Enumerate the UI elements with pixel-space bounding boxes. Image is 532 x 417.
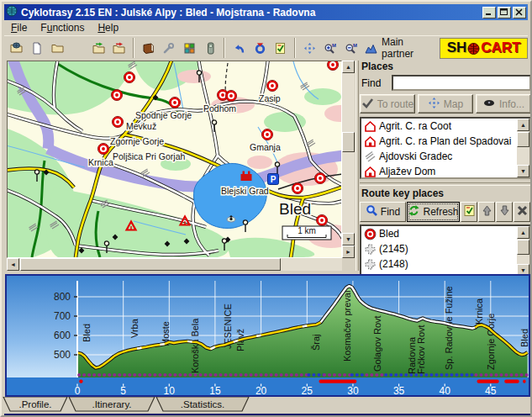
scroll-down-icon[interactable]: ▼	[517, 165, 529, 177]
toolbar-separator	[224, 38, 225, 58]
elevation-profile-panel[interactable]: BledVrbaMosteKoroška BelaJESENICEPlavžŠr…	[5, 274, 530, 397]
to-route-button[interactable]: To route	[360, 94, 415, 113]
parking-icon: P	[268, 174, 279, 185]
route-key-point-marker[interactable]	[316, 214, 327, 225]
gps-device-button[interactable]	[200, 37, 221, 59]
places-list-item[interactable]: Aljažev Dom	[361, 164, 529, 179]
zoom-in-button[interactable]: M	[319, 37, 340, 59]
route-key-point-marker[interactable]	[169, 97, 180, 108]
delete-button[interactable]	[514, 202, 530, 222]
close-button[interactable]	[513, 7, 526, 18]
tab-profile[interactable]: .Profile.	[3, 397, 67, 411]
route-list-item[interactable]: (2145)	[361, 241, 529, 256]
scroll-thumb[interactable]	[517, 240, 529, 255]
route-key-places-list[interactable]: Bled(2145)(2148)▲▼	[360, 224, 531, 278]
pan-move-button[interactable]	[299, 37, 320, 59]
find-input[interactable]	[392, 75, 531, 91]
map-vertical-scrollbar[interactable]: ▲ ▼ ►	[342, 61, 355, 258]
refresh-icon	[408, 204, 420, 219]
route-key-point-marker[interactable]	[97, 143, 108, 154]
route-key-point-marker[interactable]	[261, 129, 272, 140]
x-axis-tick-label: 25	[302, 385, 313, 396]
blank-icon	[71, 42, 84, 55]
vertical-scroll-thumb[interactable]	[342, 132, 355, 152]
scroll-left-icon[interactable]: ◄	[7, 258, 19, 271]
route-key-point-marker[interactable]	[124, 71, 134, 82]
scroll-up-icon[interactable]: ▲	[517, 226, 529, 239]
route-list-scrollbar[interactable]: ▲▼	[517, 226, 529, 277]
waypoint-label: Šraj	[311, 334, 321, 351]
route-list-item[interactable]: Bled	[361, 226, 529, 241]
menu-item-help[interactable]: Help	[91, 21, 125, 34]
svg-text:.Itinerary.: .Itinerary.	[92, 399, 131, 409]
route-refresh-button[interactable]: Refresh	[407, 202, 460, 222]
route-checklist-button[interactable]	[461, 202, 477, 222]
arrow-up-icon	[481, 204, 493, 219]
zoom-out-button[interactable]: M	[340, 37, 361, 59]
places-list-item[interactable]: Ajdovski Gradec	[361, 149, 529, 164]
places-list[interactable]: Agrit. C. ra CootAgrit. C. ra Plan del S…	[360, 117, 531, 179]
map-layers-button[interactable]	[179, 37, 200, 59]
map-label: Krnica	[88, 157, 113, 167]
elevation-profile-chart[interactable]: BledVrbaMosteKoroška BelaJESENICEPlavžŠr…	[7, 276, 529, 395]
house-icon	[363, 166, 377, 178]
map-horizontal-scrollbar[interactable]: ◄	[7, 258, 342, 271]
route-check-button[interactable]	[270, 37, 291, 59]
scroll-up-icon[interactable]: ▲	[342, 61, 355, 73]
open-atlas-icon	[10, 42, 23, 55]
undo-button[interactable]	[229, 37, 250, 59]
scroll-right-corner-icon[interactable]: ►	[342, 245, 355, 258]
svg-text:.Profile.: .Profile.	[19, 399, 52, 409]
panel-splitter[interactable]	[356, 61, 359, 271]
settings-wrench-button[interactable]	[159, 37, 180, 59]
svg-text:1 km: 1 km	[298, 226, 316, 235]
shocart-logo[interactable]: SH CART	[440, 38, 528, 59]
route-key-point-marker[interactable]	[266, 80, 277, 91]
tab-statistics[interactable]: .Statistics.	[156, 397, 249, 411]
minimize-button[interactable]	[482, 7, 496, 18]
open-atlas-button[interactable]	[6, 37, 27, 59]
route-key-point-marker[interactable]	[327, 61, 338, 71]
open-folder-button[interactable]	[47, 37, 68, 59]
new-file-button[interactable]	[27, 37, 48, 59]
x-icon	[516, 204, 529, 219]
reload-button[interactable]	[250, 37, 271, 59]
map-label: Gmanja	[250, 142, 281, 152]
move-up-button[interactable]	[478, 202, 495, 222]
scroll-up-icon[interactable]: ▲	[517, 119, 529, 131]
export-folder-button[interactable]	[109, 37, 130, 59]
map-canvas[interactable]: PodhomZasipSpodnje GorjeMevkužZgornje Go…	[8, 61, 341, 257]
route-key-point-marker[interactable]	[112, 116, 123, 127]
import-folder-button[interactable]	[88, 37, 109, 59]
scroll-thumb[interactable]	[517, 132, 529, 147]
route-key-point-marker[interactable]	[225, 90, 236, 101]
blank-button[interactable]	[68, 37, 89, 59]
waypoint-label: Krnica	[474, 298, 484, 325]
places-sidebar: Places Find To route Map Info... Agrit. …	[360, 59, 531, 272]
maximize-button[interactable]	[498, 7, 511, 18]
places-list-item[interactable]: Agrit. C. ra Coot	[361, 119, 529, 134]
menu-item-file[interactable]: File	[4, 21, 34, 34]
menu-item-functions[interactable]: Functions	[34, 21, 91, 34]
y-axis-tick-label: 600	[54, 330, 71, 341]
scroll-down-icon[interactable]: ▼	[342, 233, 355, 245]
svg-text:M: M	[332, 42, 336, 47]
route-key-point-marker[interactable]	[292, 182, 303, 193]
route-key-point-marker[interactable]	[314, 172, 325, 183]
main-partner-label: Main partner	[382, 36, 435, 60]
atlas-book-button[interactable]	[138, 37, 159, 59]
tab-itinerary[interactable]: .Itinerary.	[69, 397, 155, 411]
move-down-button[interactable]	[496, 202, 513, 222]
places-list-item[interactable]: Agrit. C. ra Plan del Spadovai	[361, 134, 529, 149]
profile-chart-button[interactable]	[361, 37, 382, 59]
route-key-point-marker[interactable]	[111, 89, 122, 100]
route-list-item[interactable]: (2148)	[361, 256, 529, 272]
title-bar[interactable]: Cyklotrasy 2.15 EN : Julské Alpy : Bled …	[4, 4, 528, 20]
map-viewport[interactable]: PodhomZasipSpodnje GorjeMevkužZgornje Go…	[7, 61, 342, 258]
route-find-button[interactable]: Find	[360, 202, 406, 222]
house-icon	[363, 135, 377, 148]
places-list-scrollbar[interactable]: ▲▼	[517, 119, 529, 177]
info-button[interactable]: Info...	[476, 94, 531, 113]
map-button[interactable]: Map	[418, 94, 473, 113]
horizontal-scroll-thumb[interactable]	[20, 258, 281, 271]
